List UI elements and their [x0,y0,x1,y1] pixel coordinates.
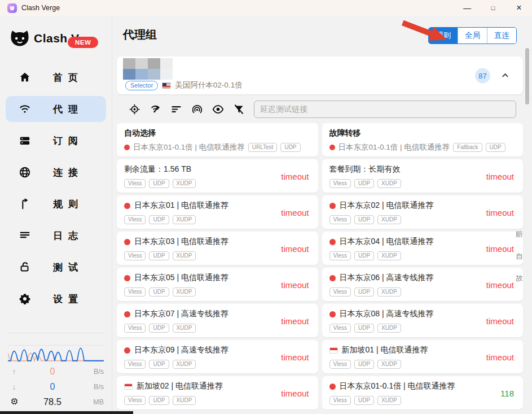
sidebar-item-rules[interactable]: 规则 [6,191,106,217]
delay-status: timeout [281,171,309,181]
protocol-tag: UDP [280,143,300,152]
protocol-tag: XUDP [173,324,196,333]
memory-stat[interactable]: 78.5 MB [8,394,104,409]
proxy-group-card[interactable]: Selector 美国阿什本02-0.1倍 87 [117,56,523,94]
protocol-tag: UDP [354,287,374,297]
proxy-card[interactable]: 套餐到期：长期有效VlessUDPXUDPtimeout [322,159,524,193]
protocol-tag: Vless [329,287,351,297]
sidebar-item-connections[interactable]: 连接 [6,159,106,185]
protocol-tag: Vless [124,251,146,260]
protocol-tag: Vless [329,360,351,369]
proxy-card[interactable]: 剩余流量：1.56 TBVlessUDPXUDPtimeout [117,159,318,193]
node-name: 剩余流量：1.56 TB [124,164,191,175]
proxy-card[interactable]: 日本东京05 | 电信联通推荐VlessUDPXUDPtimeout [117,268,318,301]
sidebar-item-profiles[interactable]: 订阅 [6,128,106,154]
index-letter[interactable]: 赔 [516,223,523,245]
protocol-tag: Vless [329,251,351,260]
protocol-tag: XUDP [173,360,196,369]
minimize-button[interactable]: — [454,0,480,16]
index-letter[interactable]: 故 [516,267,523,289]
upload-unit: B/s [85,368,104,376]
connections-icon [18,165,32,179]
protocol-tag: Vless [124,324,146,333]
locate-icon[interactable] [128,103,140,115]
tethering-icon[interactable] [191,103,203,115]
delay-status: timeout [281,316,309,325]
memory-chip-icon [8,397,20,407]
proxy-card[interactable]: 日本东京02 | 电信联通推荐VlessUDPXUDPtimeout [322,195,524,229]
protocol-tag: UDP [149,396,169,405]
protocol-tag: Vless [329,215,351,224]
taskbar-peek [0,411,133,414]
protocol-tag: XUDP [377,324,401,333]
app-icon [7,3,17,13]
node-name: 日本东京05 | 电信联通推荐 [134,273,228,283]
maximize-button[interactable]: □ [480,0,506,16]
proxy-card[interactable]: 日本东京08 | 高速专线推荐VlessUDPXUDPtimeout [322,304,524,337]
visibility-icon[interactable] [212,103,224,115]
delay-status: timeout [486,316,514,325]
protocol-tag: UDP [486,143,505,152]
proxy-card[interactable]: 日本东京03 | 电信联通推荐VlessUDPXUDPtimeout [117,232,318,265]
protocol-tag: Vless [124,360,146,369]
delay-status: timeout [281,243,309,253]
filter-off-icon[interactable] [232,103,245,115]
us-flag-icon [162,82,171,89]
node-name: 日本东京02 | 电信联通推荐 [340,201,434,211]
proxy-card[interactable]: 自动选择日本东京01-0.1倍 | 电信联通推荐URLTestUDP [117,123,318,156]
scrollbar-thumb[interactable] [525,48,529,104]
proxy-card[interactable]: 日本东京07 | 高速专线推荐VlessUDPXUDPtimeout [117,304,318,337]
upload-stat: ↑ 0 B/s [8,364,104,379]
proxy-card[interactable]: 新加坡01 | 电信联通推荐VlessUDPXUDPtimeout [322,340,524,373]
redacted-group-name [123,58,173,80]
protocol-tag: Vless [329,179,351,188]
node-name: 日本东京01-0.1倍 | 电信联通推荐 [340,381,455,391]
group-type-badge: Selector [125,81,158,90]
chevron-up-icon [501,71,509,80]
node-name: 套餐到期：长期有效 [329,164,401,175]
delay-test-url-input[interactable] [254,101,516,118]
group-index-scroller[interactable]: 赔自故 [516,223,523,289]
protocol-tag: XUDP [173,396,196,405]
mode-global-button[interactable]: 全局 [458,28,487,43]
delay-test-icon[interactable] [149,103,161,115]
sidebar-item-logs[interactable]: 日志 [6,223,106,249]
rules-icon [18,197,32,211]
jp-flag-icon [124,203,130,209]
sidebar-item-label: 规则 [53,198,83,211]
sidebar-item-home[interactable]: 首页 [6,64,106,90]
index-letter[interactable]: 自 [516,245,523,267]
protocol-tag: UDP [354,360,374,369]
close-button[interactable]: × [506,0,532,16]
proxy-card-title: 自动选择 [124,128,156,138]
sidebar-item-test[interactable]: 测试 [6,254,106,280]
delay-status: timeout [486,171,514,181]
proxy-card[interactable]: 日本东京09 | 高速专线推荐VlessUDPXUDPtimeout [117,340,318,373]
proxy-card[interactable]: 日本东京04 | 电信联通推荐VlessUDPXUDPtimeout [322,232,524,265]
sidebar-item-label: 首页 [53,71,83,84]
proxy-card[interactable]: 日本东京06 | 高速专线推荐VlessUDPXUDPtimeout [322,268,524,301]
protocol-tag: UDP [149,179,169,188]
protocol-tag: XUDP [377,396,401,405]
protocol-tag: XUDP [173,251,196,260]
proxy-card[interactable]: 日本东京01 | 电信联通推荐VlessUDPXUDPtimeout [117,195,318,229]
sort-icon[interactable] [170,103,182,115]
node-name: 日本东京08 | 高速专线推荐 [340,309,434,319]
sidebar-item-proxies[interactable]: 代理 [6,96,106,122]
protocol-tag: URLTest [248,143,278,152]
current-node-text: 日本东京01-0.1倍 | 电信联通推荐 [338,142,450,152]
sidebar-item-settings[interactable]: 设置 [6,286,106,312]
proxy-card[interactable]: 日本东京01-0.1倍 | 电信联通推荐VlessUDPXUDP118 [322,376,524,409]
proxy-card[interactable]: 新加坡02 | 电信联通推荐VlessUDPXUDPtimeout [117,376,318,409]
protocol-tag: UDP [149,215,169,224]
mode-rule-button[interactable]: 规则 [429,28,458,43]
mode-direct-button[interactable]: 直连 [487,28,516,43]
memory-value: 78.5 [20,396,85,407]
protocol-tag: Vless [124,287,146,297]
sidebar-item-label: 连接 [53,166,83,179]
protocol-tag: XUDP [377,215,401,224]
protocol-tag: UDP [149,324,169,333]
proxy-card[interactable]: 故障转移日本东京01-0.1倍 | 电信联通推荐FallbackUDP [322,123,524,156]
jp-flag-icon [329,384,336,390]
collapse-button[interactable] [499,70,511,81]
